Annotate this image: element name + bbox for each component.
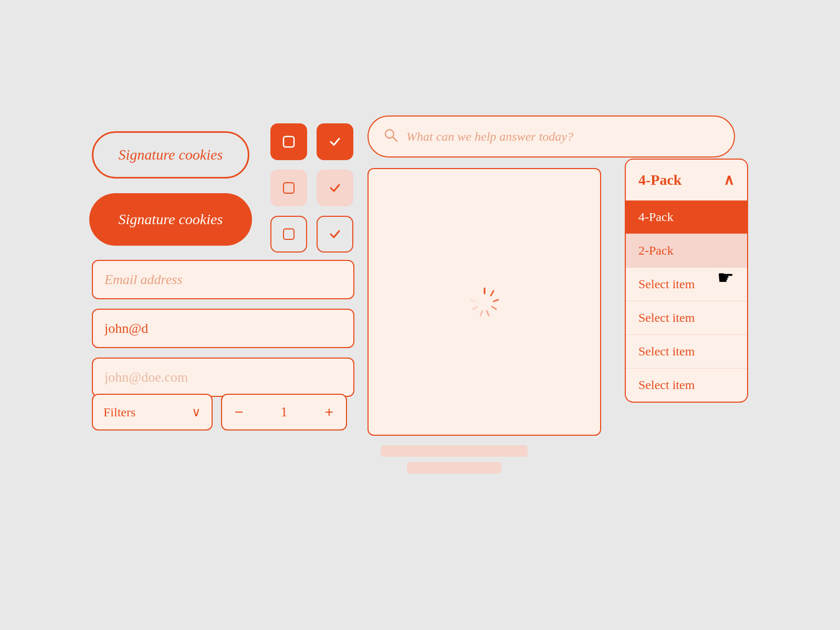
svg-line-9 [487,311,489,316]
stepper-plus-button[interactable]: + [323,405,335,419]
search-icon [383,128,398,146]
checkbox-unchecked-light[interactable] [270,170,307,206]
checkbox-row-outline [270,216,353,253]
email-filled-input[interactable] [92,309,354,348]
checkbox-checked-light[interactable] [317,170,353,206]
dropdown-item-3[interactable]: Select item [626,267,747,301]
dropdown-item-4[interactable]: Select item [626,301,747,334]
checkbox-checked-outline[interactable] [317,216,353,253]
svg-line-8 [492,307,496,309]
badge-outline: Signature cookies [92,131,249,178]
dropdown-item-2pack[interactable]: 2-Pack [626,234,747,267]
loading-bar-short [407,462,501,474]
filter-dropdown[interactable]: Filters ∨ [92,394,213,430]
filter-chevron-icon: ∨ [192,405,201,419]
badge-filled: Signature cookies [89,193,252,246]
pack-dropdown-panel: 4-Pack ∧ 4-Pack 2-Pack Select item Selec… [625,159,748,403]
svg-line-6 [491,291,494,296]
checkbox-unchecked-outline[interactable] [270,216,307,253]
svg-rect-2 [284,229,294,239]
checkbox-unchecked-solid[interactable] [270,123,307,160]
stepper-value: 1 [281,404,288,420]
checkbox-group [270,123,353,253]
dropdown-selected-label: 4-Pack [638,172,681,188]
search-placeholder: What can we help answer today? [406,130,573,144]
svg-line-4 [393,137,397,141]
checkbox-row-light [270,170,353,206]
stepper-minus-button[interactable]: − [233,405,245,419]
email-inputs-group [92,260,354,397]
filter-label: Filters [103,405,135,419]
checkbox-checked-solid[interactable] [317,123,353,160]
svg-rect-1 [284,183,294,193]
dropdown-item-6[interactable]: Select item [626,368,747,402]
checkbox-row-solid [270,123,353,160]
quantity-stepper: − 1 + [221,394,347,430]
svg-point-3 [385,130,394,138]
svg-rect-0 [284,136,294,147]
dropdown-item-4pack[interactable]: 4-Pack [626,200,747,234]
bottom-controls: Filters ∨ − 1 + [92,394,347,430]
svg-line-10 [480,311,482,316]
loading-bar-long [381,445,528,457]
email-faded-input[interactable] [92,358,354,397]
svg-line-12 [471,300,476,301]
loading-spinner: @keyframes rotateSvg { to { transform: r… [469,286,500,318]
image-loading-box: @keyframes rotateSvg { to { transform: r… [368,168,601,436]
loading-bars [381,445,528,474]
chevron-up-icon: ∧ [723,171,734,188]
search-bar[interactable]: What can we help answer today? [368,116,735,158]
dropdown-item-5[interactable]: Select item [626,334,747,368]
email-placeholder-input[interactable] [92,260,354,299]
svg-line-7 [494,300,498,301]
dropdown-header[interactable]: 4-Pack ∧ [626,160,747,200]
svg-line-11 [473,307,477,309]
